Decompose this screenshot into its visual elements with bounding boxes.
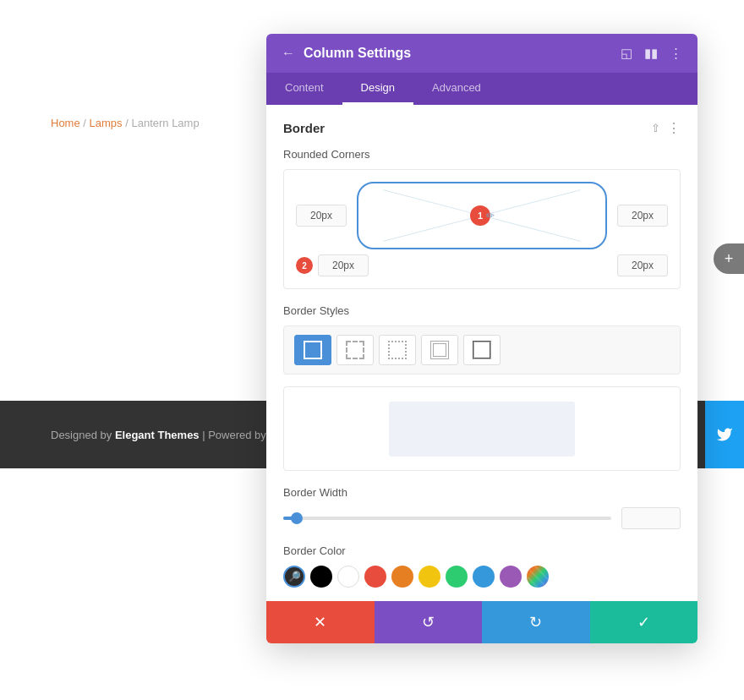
eyedropper-icon: 🔎: [288, 571, 301, 582]
color-swatches: 🔎: [283, 566, 681, 588]
section-collapse-icon[interactable]: ⇧: [651, 122, 660, 134]
border-width-slider-row: 0px: [283, 507, 681, 529]
dashed-border-icon: [346, 341, 364, 359]
cancel-button[interactable]: ✕: [266, 601, 375, 643]
corner-top-right-input[interactable]: [617, 205, 668, 227]
undo-button[interactable]: ↺: [375, 601, 483, 643]
corner-bottom-left-input[interactable]: [318, 254, 369, 276]
breadcrumb-current: Lantern Lamp: [131, 117, 199, 129]
action-bar: ✕ ↺ ↻ ✓: [266, 601, 698, 643]
color-swatch-picker[interactable]: [527, 566, 549, 588]
double-border-icon: [430, 341, 449, 359]
rounded-corners-label: Rounded Corners: [283, 148, 681, 161]
groove-border-icon: [473, 341, 491, 359]
modal-title: Column Settings: [304, 46, 411, 61]
border-section-title: Border: [283, 121, 325, 135]
color-swatch-purple[interactable]: [500, 566, 522, 588]
section-controls: ⇧ ⋮: [651, 120, 681, 136]
corner-top-left-input[interactable]: [296, 205, 347, 227]
tab-advanced[interactable]: Advanced: [413, 73, 500, 105]
modal-tabs: Content Design Advanced: [266, 73, 698, 105]
color-swatch-black[interactable]: [310, 566, 332, 588]
dotted-border-icon: [388, 341, 407, 359]
border-width-input[interactable]: 0px: [621, 507, 681, 529]
modal-content: Border ⇧ ⋮ Rounded Corners: [266, 105, 698, 601]
color-swatch-blue[interactable]: [473, 566, 495, 588]
breadcrumb-home[interactable]: Home: [51, 117, 80, 129]
columns-icon[interactable]: ▮▮: [644, 46, 658, 61]
corner-badge-2: 2: [296, 257, 313, 274]
corners-bottom-row: 2: [296, 254, 668, 276]
more-options-icon[interactable]: ⋮: [670, 46, 682, 61]
breadcrumb-lamps[interactable]: Lamps: [90, 117, 123, 129]
border-style-options: [283, 325, 681, 375]
fullscreen-icon[interactable]: ◱: [621, 46, 632, 61]
add-module-button[interactable]: +: [714, 243, 744, 274]
back-arrow-icon[interactable]: ←: [282, 46, 295, 61]
slider-thumb[interactable]: [291, 512, 303, 524]
breadcrumb: Home / Lamps / Lantern Lamp: [51, 117, 200, 129]
corners-top-row: 1 ✏: [296, 182, 668, 249]
modal-header: ← Column Settings ◱ ▮▮ ⋮: [266, 34, 698, 73]
border-color-label: Border Color: [283, 544, 681, 557]
section-more-icon[interactable]: ⋮: [667, 120, 681, 136]
redo-button[interactable]: ↻: [482, 601, 590, 643]
border-styles-label: Border Styles: [283, 304, 681, 317]
border-preview-container: [283, 386, 681, 471]
modal-header-icons: ◱ ▮▮ ⋮: [621, 46, 682, 61]
tab-design[interactable]: Design: [342, 73, 413, 105]
plus-icon: +: [725, 250, 734, 268]
color-swatch-orange[interactable]: [391, 566, 413, 588]
border-preview-box: [389, 402, 575, 457]
breadcrumb-sep1: /: [83, 117, 89, 129]
corner-bottom-right-input[interactable]: [617, 254, 668, 276]
modal-header-left: ← Column Settings: [282, 46, 411, 61]
border-section-header: Border ⇧ ⋮: [283, 120, 681, 136]
solid-border-icon: [304, 341, 322, 359]
confirm-button[interactable]: ✓: [590, 601, 698, 643]
twitter-button[interactable]: [705, 401, 744, 468]
color-swatch-green[interactable]: [446, 566, 468, 588]
color-swatch-yellow[interactable]: [418, 566, 440, 588]
border-style-dotted[interactable]: [379, 335, 416, 365]
border-width-slider-track[interactable]: [283, 517, 611, 520]
rounded-corners-grid: 1 ✏ 2: [283, 169, 681, 289]
pencil-icon[interactable]: ✏: [486, 210, 495, 221]
footer-text: Designed by Elegant Themes | Powered by: [51, 429, 266, 441]
color-swatch-white[interactable]: [337, 566, 359, 588]
border-style-dashed[interactable]: [336, 335, 374, 365]
color-swatch-dark-picker[interactable]: 🔎: [283, 566, 305, 588]
corner-preview: 1 ✏: [357, 182, 607, 249]
border-width-label: Border Width: [283, 486, 681, 499]
color-swatch-red[interactable]: [364, 566, 386, 588]
tab-content[interactable]: Content: [266, 73, 342, 105]
twitter-icon: [716, 426, 733, 443]
border-style-solid[interactable]: [294, 335, 331, 365]
border-style-groove[interactable]: [463, 335, 501, 365]
border-style-double[interactable]: [421, 335, 458, 365]
column-settings-modal: ← Column Settings ◱ ▮▮ ⋮ Content Design …: [266, 34, 698, 643]
